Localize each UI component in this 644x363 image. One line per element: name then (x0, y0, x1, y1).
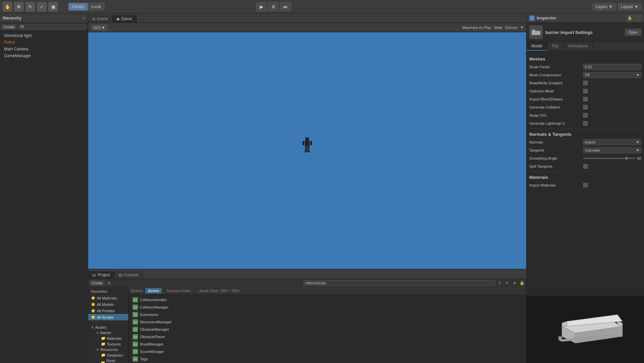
materials-folder-icon: 📁 (101, 336, 106, 340)
maximize-label[interactable]: Maximize on Play (462, 26, 491, 30)
file-road-manager[interactable]: C# RoadManager (129, 340, 526, 348)
star-icon-2: ⭐ (91, 302, 96, 307)
file-obstacle-manager[interactable]: C# ObstacleManager (129, 326, 526, 333)
sidebar-all-models[interactable]: ⭐ All Models (88, 301, 128, 308)
import-materials-checkbox[interactable] (583, 183, 588, 188)
center-btn[interactable]: Center (69, 3, 88, 10)
console-tab[interactable]: ▤ Console (114, 271, 143, 279)
script-icon-5: C# (133, 327, 138, 332)
animations-tab[interactable]: Animations (563, 42, 593, 51)
lock-icon[interactable]: 🔒 (627, 15, 633, 22)
file-name-6: ObstaclePlacer (140, 335, 165, 339)
smoothing-slider[interactable] (583, 158, 636, 159)
search-clear-btn[interactable]: ✕ (497, 280, 503, 286)
layout-label: Layout (621, 4, 633, 9)
search-lock-btn[interactable]: 🔒 (519, 280, 525, 286)
mesh-compression-chevron: ▼ (636, 73, 640, 77)
file-movement-manager[interactable]: C# MovementManager (129, 318, 526, 326)
rig-tab[interactable]: Rig (547, 42, 563, 51)
game-toolbar-right: Maximize on Play Stats Gizmos ▼ (462, 26, 524, 30)
layout-dropdown[interactable]: Layout ▼ (618, 3, 641, 10)
scene-tab[interactable]: ⊞ Scene (88, 15, 112, 23)
file-name-4: MovementManager (140, 320, 172, 324)
hierarchy-item-main-camera[interactable]: Main Camera (0, 46, 88, 52)
step-btn[interactable]: ⏭ (280, 2, 291, 11)
sidebar-all-scripts[interactable]: ⭐ All Scripts (88, 314, 128, 320)
textures-folder[interactable]: 📁 Textures (88, 341, 128, 347)
barrier-folder[interactable]: ▼ Barrier (88, 330, 128, 335)
project-icon-1[interactable]: ⊞ (106, 280, 112, 286)
read-write-checkbox[interactable] (583, 81, 588, 85)
project-create-btn[interactable]: Create (90, 280, 105, 286)
obstacles-folder[interactable]: 📁 Obstacles (88, 352, 128, 358)
optimize-mesh-checkbox[interactable] (583, 89, 588, 93)
play-btn[interactable]: ▶ (256, 2, 267, 11)
sidebar-all-materials[interactable]: ⭐ All Materials (88, 295, 128, 301)
optimize-mesh-row: Optimize Mesh (529, 88, 641, 94)
normals-dropdown[interactable]: Import ▼ (583, 139, 641, 145)
game-tab-label: Game (121, 16, 132, 21)
local-btn[interactable]: Local (88, 3, 104, 10)
normals-value: Import (585, 140, 595, 144)
rect-tool-btn[interactable]: ▣ (48, 2, 58, 11)
file-collision-handler[interactable]: C# CollisionHandler (129, 296, 526, 304)
sidebar-all-prefabs[interactable]: ⭐ All Prefabs (88, 308, 128, 314)
split-tangents-checkbox[interactable] (583, 164, 588, 169)
generate-colliders-checkbox[interactable] (583, 105, 588, 110)
search-refresh-btn[interactable]: ⟳ (504, 280, 510, 286)
file-collision-manager[interactable]: C# CollisionManager (129, 304, 526, 311)
hand-tool-btn[interactable]: ✋ (3, 2, 12, 11)
script-icon-9: C# (133, 356, 138, 362)
rotate-tool-btn[interactable]: ↻ (26, 2, 35, 11)
materials-folder[interactable]: 📁 Materials (88, 335, 128, 341)
open-btn[interactable]: Open (625, 29, 641, 36)
file-extensions[interactable]: C# Extensions (129, 311, 526, 318)
hierarchy-create-btn[interactable]: Create (1, 24, 16, 30)
import-blend-shapes-checkbox[interactable] (583, 97, 588, 102)
hierarchy-search-input[interactable] (18, 24, 86, 30)
transform-group: Center Local (68, 3, 105, 11)
more-options-icon[interactable]: ⋮ (635, 15, 641, 22)
project-main: Search: Assets Selected folder Asset Sto… (129, 287, 526, 363)
star-icon-3: ⭐ (91, 309, 96, 313)
stats-label[interactable]: Stats (494, 26, 502, 30)
hierarchy-item-game-manager[interactable]: GameManager (0, 52, 88, 59)
hierarchy-header: Hierarchy ≡ (0, 13, 88, 23)
file-obstacle-placer[interactable]: C# ObstaclePlacer (129, 333, 526, 340)
project-tab[interactable]: 🗂 Project (88, 271, 114, 279)
pause-btn[interactable]: ⏸ (268, 2, 279, 11)
hierarchy-item-directional-light[interactable]: Directional light (0, 32, 88, 39)
scale-factor-input[interactable] (583, 64, 641, 70)
road-folder[interactable]: 📁 Road Piec... (88, 358, 128, 363)
project-search-field[interactable] (303, 280, 495, 286)
file-tags[interactable]: C# Tags (129, 355, 526, 363)
star-icon: ⭐ (91, 296, 96, 300)
barrier-label: Barrier (100, 331, 111, 335)
search-folder-tab[interactable]: Selected folder (164, 288, 194, 293)
move-tool-btn[interactable]: ✥ (14, 2, 24, 11)
generate-lightmap-checkbox[interactable] (583, 121, 588, 126)
model-tab[interactable]: Model (527, 42, 547, 51)
resolution-dropdown[interactable]: 16:9 ▼ (91, 25, 107, 31)
hierarchy-item-robot[interactable]: Robot (0, 39, 88, 46)
game-tab[interactable]: ◉ Game (112, 15, 137, 23)
bottom-tabs: 🗂 Project ▤ Console (88, 269, 526, 279)
mesh-compression-dropdown[interactable]: Off ▼ (583, 72, 641, 78)
hierarchy-menu-icon[interactable]: ≡ (83, 16, 85, 21)
search-label: Search: (131, 289, 143, 293)
read-write-label: Read/Write Enabled (529, 81, 583, 85)
script-icon-6: C# (133, 334, 138, 339)
file-score-manager[interactable]: C# ScoreManager (129, 348, 526, 355)
assets-root[interactable]: ▼ Assets (88, 325, 128, 330)
script-icon-4: C# (133, 319, 138, 325)
gizmos-label[interactable]: Gizmos (505, 26, 517, 30)
search-star-btn[interactable]: ★ (511, 280, 517, 286)
tangents-dropdown[interactable]: Calculate ▼ (583, 147, 641, 153)
scale-tool-btn[interactable]: ⤢ (37, 2, 46, 11)
resources-label: Resources (100, 348, 118, 352)
resources-folder[interactable]: ▼ Resources (88, 347, 128, 352)
swap-uvs-checkbox[interactable] (583, 113, 588, 118)
layers-dropdown[interactable]: Layers ▼ (592, 3, 616, 10)
search-assets-tab[interactable]: Assets (145, 288, 162, 293)
toolbar-sep-1 (61, 3, 62, 11)
